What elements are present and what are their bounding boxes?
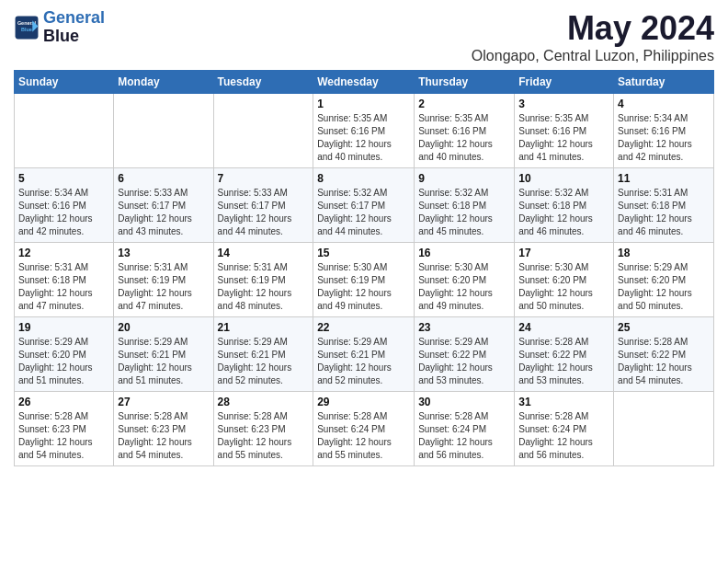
day-info: Sunrise: 5:32 AM Sunset: 6:18 PM Dayligh… <box>518 187 609 238</box>
day-info: Sunrise: 5:35 AM Sunset: 6:16 PM Dayligh… <box>518 112 609 164</box>
weekday-header-saturday: Saturday <box>614 71 714 94</box>
calendar-cell: 10Sunrise: 5:32 AM Sunset: 6:18 PM Dayli… <box>515 168 614 243</box>
weekday-header-row: SundayMondayTuesdayWednesdayThursdayFrid… <box>15 71 714 94</box>
day-number: 10 <box>518 172 609 185</box>
day-number: 22 <box>317 321 410 334</box>
day-info: Sunrise: 5:32 AM Sunset: 6:17 PM Dayligh… <box>317 187 410 238</box>
day-info: Sunrise: 5:28 AM Sunset: 6:22 PM Dayligh… <box>618 336 710 387</box>
calendar-cell: 13Sunrise: 5:31 AM Sunset: 6:19 PM Dayli… <box>114 243 213 317</box>
day-info: Sunrise: 5:33 AM Sunset: 6:17 PM Dayligh… <box>218 187 310 238</box>
day-number: 30 <box>418 396 510 408</box>
calendar-cell: 26Sunrise: 5:28 AM Sunset: 6:23 PM Dayli… <box>15 392 114 466</box>
day-info: Sunrise: 5:35 AM Sunset: 6:16 PM Dayligh… <box>418 112 510 164</box>
day-number: 13 <box>118 247 209 259</box>
weekday-header-sunday: Sunday <box>15 71 114 94</box>
day-info: Sunrise: 5:31 AM Sunset: 6:19 PM Dayligh… <box>218 261 310 313</box>
calendar-cell: 1Sunrise: 5:35 AM Sunset: 6:16 PM Daylig… <box>313 94 415 168</box>
day-info: Sunrise: 5:34 AM Sunset: 6:16 PM Dayligh… <box>18 187 109 238</box>
calendar-cell: 18Sunrise: 5:29 AM Sunset: 6:20 PM Dayli… <box>614 243 714 317</box>
weekday-header-monday: Monday <box>114 71 213 94</box>
day-info: Sunrise: 5:28 AM Sunset: 6:23 PM Dayligh… <box>18 410 109 462</box>
svg-text:Blue: Blue <box>21 27 32 32</box>
logo: General Blue GeneralBlue <box>14 9 105 46</box>
day-number: 20 <box>118 321 209 334</box>
calendar-week-4: 19Sunrise: 5:29 AM Sunset: 6:20 PM Dayli… <box>15 317 714 392</box>
day-info: Sunrise: 5:29 AM Sunset: 6:21 PM Dayligh… <box>317 336 410 387</box>
weekday-header-friday: Friday <box>515 71 614 94</box>
day-number: 28 <box>218 396 310 408</box>
day-number: 16 <box>418 247 510 259</box>
calendar-cell <box>114 94 213 168</box>
calendar-week-2: 5Sunrise: 5:34 AM Sunset: 6:16 PM Daylig… <box>15 168 714 243</box>
logo-name: GeneralBlue <box>43 9 105 46</box>
calendar-week-1: 1Sunrise: 5:35 AM Sunset: 6:16 PM Daylig… <box>15 94 714 168</box>
calendar-title: May 2024 <box>472 9 714 48</box>
day-info: Sunrise: 5:29 AM Sunset: 6:22 PM Dayligh… <box>418 336 510 387</box>
calendar-cell <box>15 94 114 168</box>
day-number: 31 <box>518 396 609 408</box>
calendar-cell: 16Sunrise: 5:30 AM Sunset: 6:20 PM Dayli… <box>415 243 515 317</box>
day-number: 26 <box>18 396 109 408</box>
calendar-cell: 20Sunrise: 5:29 AM Sunset: 6:21 PM Dayli… <box>114 317 213 392</box>
page-header: General Blue GeneralBlue May 2024 Olonga… <box>14 9 714 64</box>
day-number: 4 <box>618 98 710 110</box>
day-number: 29 <box>317 396 410 408</box>
day-number: 14 <box>218 247 310 259</box>
calendar-subtitle: Olongapo, Central Luzon, Philippines <box>472 48 714 64</box>
day-number: 17 <box>518 247 609 259</box>
calendar-cell: 12Sunrise: 5:31 AM Sunset: 6:18 PM Dayli… <box>15 243 114 317</box>
weekday-header-wednesday: Wednesday <box>313 71 415 94</box>
calendar-cell: 5Sunrise: 5:34 AM Sunset: 6:16 PM Daylig… <box>15 168 114 243</box>
day-number: 6 <box>118 172 209 185</box>
day-number: 5 <box>18 172 109 185</box>
calendar-cell: 8Sunrise: 5:32 AM Sunset: 6:17 PM Daylig… <box>313 168 415 243</box>
calendar-cell: 27Sunrise: 5:28 AM Sunset: 6:23 PM Dayli… <box>114 392 213 466</box>
calendar-cell: 30Sunrise: 5:28 AM Sunset: 6:24 PM Dayli… <box>415 392 515 466</box>
calendar-cell: 3Sunrise: 5:35 AM Sunset: 6:16 PM Daylig… <box>515 94 614 168</box>
calendar-cell: 17Sunrise: 5:30 AM Sunset: 6:20 PM Dayli… <box>515 243 614 317</box>
calendar-cell: 24Sunrise: 5:28 AM Sunset: 6:22 PM Dayli… <box>515 317 614 392</box>
calendar-cell: 14Sunrise: 5:31 AM Sunset: 6:19 PM Dayli… <box>213 243 313 317</box>
day-number: 11 <box>618 172 710 185</box>
day-number: 19 <box>18 321 109 334</box>
calendar-week-5: 26Sunrise: 5:28 AM Sunset: 6:23 PM Dayli… <box>15 392 714 466</box>
logo-icon: General Blue <box>14 15 40 40</box>
weekday-header-tuesday: Tuesday <box>213 71 313 94</box>
day-info: Sunrise: 5:31 AM Sunset: 6:18 PM Dayligh… <box>618 187 710 238</box>
day-info: Sunrise: 5:29 AM Sunset: 6:21 PM Dayligh… <box>218 336 310 387</box>
calendar-cell: 7Sunrise: 5:33 AM Sunset: 6:17 PM Daylig… <box>213 168 313 243</box>
day-info: Sunrise: 5:34 AM Sunset: 6:16 PM Dayligh… <box>618 112 710 164</box>
day-info: Sunrise: 5:32 AM Sunset: 6:18 PM Dayligh… <box>418 187 510 238</box>
day-number: 25 <box>618 321 710 334</box>
day-number: 27 <box>118 396 209 408</box>
calendar-cell <box>213 94 313 168</box>
day-info: Sunrise: 5:28 AM Sunset: 6:24 PM Dayligh… <box>418 410 510 462</box>
day-info: Sunrise: 5:30 AM Sunset: 6:20 PM Dayligh… <box>518 261 609 313</box>
weekday-header-thursday: Thursday <box>415 71 515 94</box>
day-info: Sunrise: 5:29 AM Sunset: 6:20 PM Dayligh… <box>618 261 710 313</box>
calendar-cell: 19Sunrise: 5:29 AM Sunset: 6:20 PM Dayli… <box>15 317 114 392</box>
day-number: 1 <box>317 98 410 110</box>
calendar-cell: 11Sunrise: 5:31 AM Sunset: 6:18 PM Dayli… <box>614 168 714 243</box>
day-number: 9 <box>418 172 510 185</box>
day-info: Sunrise: 5:28 AM Sunset: 6:23 PM Dayligh… <box>218 410 310 462</box>
calendar-cell: 2Sunrise: 5:35 AM Sunset: 6:16 PM Daylig… <box>415 94 515 168</box>
day-info: Sunrise: 5:28 AM Sunset: 6:22 PM Dayligh… <box>518 336 609 387</box>
day-number: 15 <box>317 247 410 259</box>
calendar-week-3: 12Sunrise: 5:31 AM Sunset: 6:18 PM Dayli… <box>15 243 714 317</box>
calendar-cell: 31Sunrise: 5:28 AM Sunset: 6:24 PM Dayli… <box>515 392 614 466</box>
calendar-cell: 4Sunrise: 5:34 AM Sunset: 6:16 PM Daylig… <box>614 94 714 168</box>
calendar-cell: 25Sunrise: 5:28 AM Sunset: 6:22 PM Dayli… <box>614 317 714 392</box>
calendar-cell <box>614 392 714 466</box>
calendar-cell: 21Sunrise: 5:29 AM Sunset: 6:21 PM Dayli… <box>213 317 313 392</box>
calendar-cell: 15Sunrise: 5:30 AM Sunset: 6:19 PM Dayli… <box>313 243 415 317</box>
day-number: 2 <box>418 98 510 110</box>
day-info: Sunrise: 5:28 AM Sunset: 6:23 PM Dayligh… <box>118 410 209 462</box>
day-info: Sunrise: 5:29 AM Sunset: 6:20 PM Dayligh… <box>18 336 109 387</box>
day-number: 18 <box>618 247 710 259</box>
day-info: Sunrise: 5:30 AM Sunset: 6:19 PM Dayligh… <box>317 261 410 313</box>
day-info: Sunrise: 5:33 AM Sunset: 6:17 PM Dayligh… <box>118 187 209 238</box>
day-info: Sunrise: 5:31 AM Sunset: 6:19 PM Dayligh… <box>118 261 209 313</box>
calendar-cell: 6Sunrise: 5:33 AM Sunset: 6:17 PM Daylig… <box>114 168 213 243</box>
calendar-cell: 9Sunrise: 5:32 AM Sunset: 6:18 PM Daylig… <box>415 168 515 243</box>
